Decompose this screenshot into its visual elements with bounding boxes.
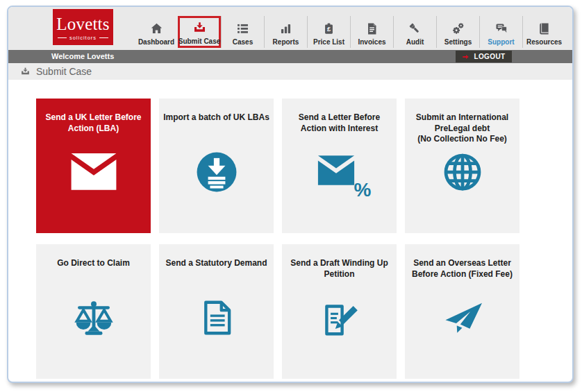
nav-item-support[interactable]: Support xyxy=(479,16,522,48)
envelope-icon xyxy=(36,147,151,197)
tile-send-statutory-demand[interactable]: Send a Statutory Demand xyxy=(159,244,274,379)
lovetts-logo: Lovetts solicitors xyxy=(53,9,113,45)
nav-label: Resources xyxy=(526,38,562,46)
tile-submit-international-prelegal-debt[interactable]: Submit an International PreLegal debt (N… xyxy=(405,99,519,233)
tile-title: Import a batch of UK LBAs xyxy=(163,112,269,123)
welcome-bar: Welcome Lovetts LOGOUT xyxy=(8,50,572,63)
price-tag-icon: £ xyxy=(322,19,336,36)
nav-label: Submit Case xyxy=(178,37,221,45)
nav-label: Support xyxy=(488,38,514,46)
nav-label: Audit xyxy=(406,38,424,46)
nav-item-invoices[interactable]: Invoices xyxy=(350,16,393,48)
tile-title: Send a UK Letter Before Action (LBA) xyxy=(40,112,147,134)
batch-import-icon xyxy=(159,147,274,197)
app-window: Lovetts solicitors Dashboard Submit Case xyxy=(7,6,574,383)
nav-item-price-list[interactable]: £ Price List xyxy=(307,16,350,48)
tile-send-draft-winding-up-petition[interactable]: Send a Draft Winding Up Petition xyxy=(282,244,397,379)
nav-item-cases[interactable]: Cases xyxy=(221,16,264,48)
nav-item-resources[interactable]: Resources xyxy=(522,16,565,48)
gears-icon xyxy=(451,19,465,36)
page-title: Submit Case xyxy=(36,66,92,77)
scales-icon xyxy=(36,293,151,343)
nav-item-submit-case[interactable]: Submit Case xyxy=(178,16,221,48)
nav-item-settings[interactable]: Settings xyxy=(436,16,479,48)
tile-send-overseas-lba[interactable]: Send an Overseas Letter Before Action (F… xyxy=(405,244,519,379)
document-pencil-icon xyxy=(282,293,397,343)
globe-icon xyxy=(405,147,519,197)
logo-tagline: solicitors xyxy=(58,35,108,41)
tile-title: Send a Statutory Demand xyxy=(163,258,269,269)
tile-title: Send a Letter Before Action with Interes… xyxy=(286,112,392,134)
nav-label: Reports xyxy=(273,38,299,46)
nav-label: Dashboard xyxy=(138,38,174,46)
tile-import-batch-lbas[interactable]: Import a batch of UK LBAs xyxy=(159,99,274,233)
paper-plane-icon xyxy=(405,293,519,343)
home-icon xyxy=(149,19,164,36)
bar-chart-icon xyxy=(278,19,293,36)
submit-case-breadcrumb-icon xyxy=(20,67,31,77)
nav-item-dashboard[interactable]: Dashboard xyxy=(135,16,178,48)
svg-text:£: £ xyxy=(327,26,331,33)
welcome-text: Welcome Lovetts xyxy=(51,50,114,63)
flashlight-icon xyxy=(408,19,422,36)
tile-send-lba-with-interest[interactable]: Send a Letter Before Action with Interes… xyxy=(282,99,397,233)
envelope-percent-icon: % xyxy=(282,147,397,197)
nav-item-reports[interactable]: Reports xyxy=(264,16,307,48)
tile-title: Send a Draft Winding Up Petition xyxy=(286,258,392,280)
tile-title: Send an Overseas Letter Before Action (F… xyxy=(409,258,515,280)
nav-item-audit[interactable]: Audit xyxy=(393,16,436,48)
chat-bubbles-icon xyxy=(494,19,509,36)
percent-glyph: % xyxy=(354,180,372,200)
nav-label: Invoices xyxy=(358,38,385,46)
tile-send-uk-lba[interactable]: Send a UK Letter Before Action (LBA) xyxy=(36,99,151,233)
document-icon xyxy=(159,293,274,343)
header: Lovetts solicitors Dashboard Submit Case xyxy=(8,7,572,50)
logout-button[interactable]: LOGOUT xyxy=(456,51,512,62)
logout-arrow-icon xyxy=(462,53,470,61)
main-nav: Dashboard Submit Case Cases Reports xyxy=(135,16,565,48)
cases-list-icon xyxy=(235,19,250,36)
tile-go-direct-to-claim[interactable]: Go Direct to Claim xyxy=(36,244,151,379)
invoice-icon xyxy=(365,19,379,36)
nav-label: Settings xyxy=(444,38,472,46)
breadcrumb: Submit Case xyxy=(8,63,572,80)
book-icon xyxy=(537,19,551,36)
nav-label: Price List xyxy=(313,38,344,46)
logo-name: Lovetts xyxy=(56,15,109,33)
submit-case-icon xyxy=(192,19,207,35)
submit-case-tile-grid: Send a UK Letter Before Action (LBA) Imp… xyxy=(36,99,536,379)
tile-title: Submit an International PreLegal debt (N… xyxy=(409,112,515,145)
nav-label: Cases xyxy=(233,38,253,46)
tile-title: Go Direct to Claim xyxy=(40,258,147,269)
logout-label: LOGOUT xyxy=(474,53,505,60)
